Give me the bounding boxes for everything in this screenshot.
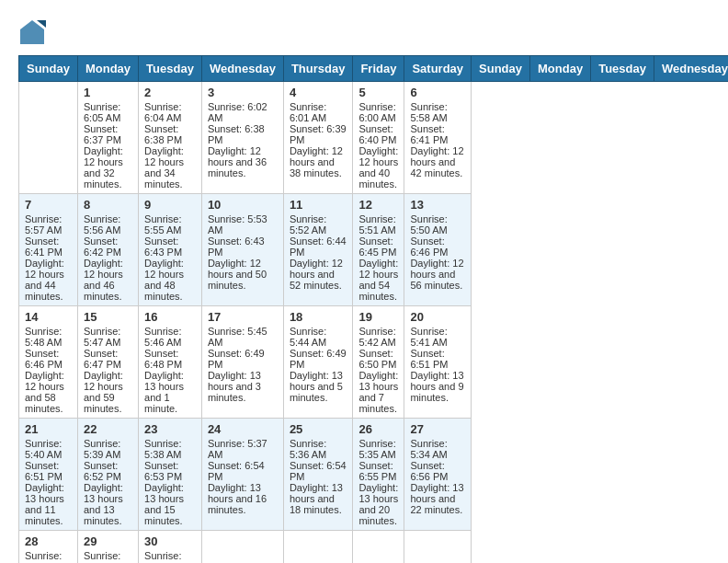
week-row-3: 14Sunrise: 5:48 AMSunset: 6:46 PMDayligh… (19, 306, 729, 419)
sunrise-text: Sunrise: 5:42 AM (358, 326, 398, 348)
sunrise-text: Sunrise: 6:05 AM (84, 101, 132, 123)
sunrise-text: Sunrise: 5:31 AM (84, 550, 132, 563)
sunset-text: Sunset: 6:37 PM (84, 123, 132, 145)
sunset-text: Sunset: 6:54 PM (208, 460, 278, 482)
daylight-text: Daylight: 12 hours and 50 minutes. (208, 258, 278, 291)
sunrise-text: Sunrise: 5:57 AM (25, 213, 72, 236)
sunrise-text: Sunrise: 5:39 AM (84, 438, 132, 460)
sunrise-text: Sunrise: 5:30 AM (144, 550, 196, 563)
daylight-text: Daylight: 13 hours and 1 minute. (144, 370, 196, 414)
calendar-cell: 11Sunrise: 5:52 AMSunset: 6:44 PMDayligh… (283, 194, 353, 306)
daylight-text: Daylight: 12 hours and 59 minutes. (84, 370, 132, 414)
daylight-text: Daylight: 13 hours and 3 minutes. (208, 370, 278, 403)
day-number: 30 (144, 534, 196, 548)
sunset-text: Sunset: 6:45 PM (358, 236, 398, 258)
day-number: 4 (290, 86, 347, 99)
sunrise-text: Sunrise: 5:36 AM (290, 438, 347, 460)
sunset-text: Sunset: 6:38 PM (208, 123, 278, 145)
day-number: 12 (358, 198, 398, 212)
sunrise-text: Sunrise: 6:04 AM (144, 101, 196, 123)
sunset-text: Sunset: 6:53 PM (144, 460, 196, 482)
daylight-text: Daylight: 12 hours and 48 minutes. (144, 258, 196, 302)
daylight-text: Daylight: 13 hours and 15 minutes. (144, 482, 196, 526)
sunset-text: Sunset: 6:39 PM (290, 123, 347, 145)
daylight-text: Daylight: 13 hours and 18 minutes. (290, 482, 347, 515)
calendar-cell: 18Sunrise: 5:44 AMSunset: 6:49 PMDayligh… (283, 306, 353, 419)
sunset-text: Sunset: 6:51 PM (25, 460, 72, 482)
header-day-tuesday: Tuesday (139, 56, 202, 82)
sunrise-text: Sunrise: 5:44 AM (290, 326, 347, 348)
daylight-text: Daylight: 12 hours and 46 minutes. (84, 258, 132, 302)
sunset-text: Sunset: 6:47 PM (84, 348, 132, 370)
week-row-5: 28Sunrise: 5:32 AMSunset: 6:57 PMDayligh… (19, 531, 729, 564)
header-day-sunday: Sunday (472, 56, 530, 82)
day-number: 8 (84, 198, 132, 212)
sunset-text: Sunset: 6:46 PM (410, 236, 465, 258)
day-number: 10 (208, 198, 278, 212)
page-header (18, 18, 710, 46)
header-day-tuesday: Tuesday (591, 56, 654, 82)
calendar-cell: 8Sunrise: 5:56 AMSunset: 6:42 PMDaylight… (77, 194, 138, 306)
daylight-text: Daylight: 13 hours and 13 minutes. (84, 482, 132, 526)
header-day-monday: Monday (77, 56, 138, 82)
calendar-cell: 28Sunrise: 5:32 AMSunset: 6:57 PMDayligh… (19, 531, 78, 564)
day-number: 2 (144, 86, 196, 99)
header-row: SundayMondayTuesdayWednesdayThursdayFrid… (19, 56, 729, 82)
sunrise-text: Sunrise: 5:48 AM (25, 326, 72, 348)
day-number: 27 (410, 422, 465, 436)
calendar-cell: 27Sunrise: 5:34 AMSunset: 6:56 PMDayligh… (404, 419, 472, 531)
day-number: 7 (25, 198, 72, 212)
sunrise-text: Sunrise: 5:40 AM (25, 438, 72, 460)
sunrise-text: Sunrise: 5:46 AM (144, 326, 196, 348)
calendar-cell: 29Sunrise: 5:31 AMSunset: 6:57 PMDayligh… (77, 531, 138, 564)
day-number: 22 (84, 422, 132, 436)
day-number: 14 (25, 310, 72, 324)
day-number: 18 (290, 310, 347, 324)
calendar-cell: 10Sunrise: 5:53 AMSunset: 6:43 PMDayligh… (201, 194, 283, 306)
daylight-text: Daylight: 12 hours and 32 minutes. (84, 145, 132, 190)
calendar-table: SundayMondayTuesdayWednesdayThursdayFrid… (18, 55, 728, 563)
day-number: 23 (144, 422, 196, 436)
sunset-text: Sunset: 6:40 PM (358, 123, 398, 145)
calendar-cell: 4Sunrise: 6:01 AMSunset: 6:39 PMDaylight… (283, 82, 353, 194)
daylight-text: Daylight: 12 hours and 36 minutes. (208, 145, 278, 178)
calendar-cell: 1Sunrise: 6:05 AMSunset: 6:37 PMDaylight… (77, 82, 138, 194)
week-row-4: 21Sunrise: 5:40 AMSunset: 6:51 PMDayligh… (19, 419, 729, 531)
sunset-text: Sunset: 6:48 PM (144, 348, 196, 370)
header-day-wednesday: Wednesday (654, 56, 728, 82)
calendar-cell (19, 82, 78, 194)
sunrise-text: Sunrise: 6:00 AM (358, 101, 398, 123)
calendar-cell: 26Sunrise: 5:35 AMSunset: 6:55 PMDayligh… (353, 419, 404, 531)
sunrise-text: Sunrise: 5:41 AM (410, 326, 465, 348)
calendar-cell: 12Sunrise: 5:51 AMSunset: 6:45 PMDayligh… (353, 194, 404, 306)
sunrise-text: Sunrise: 5:52 AM (290, 213, 347, 236)
day-number: 9 (144, 198, 196, 212)
day-number: 5 (358, 86, 398, 99)
sunrise-text: Sunrise: 5:50 AM (410, 213, 465, 236)
day-number: 26 (358, 422, 398, 436)
daylight-text: Daylight: 13 hours and 20 minutes. (358, 482, 398, 526)
week-row-2: 7Sunrise: 5:57 AMSunset: 6:41 PMDaylight… (19, 194, 729, 306)
daylight-text: Daylight: 12 hours and 40 minutes. (358, 145, 398, 190)
daylight-text: Daylight: 12 hours and 38 minutes. (290, 145, 347, 178)
calendar-cell (404, 531, 472, 564)
calendar-cell: 23Sunrise: 5:38 AMSunset: 6:53 PMDayligh… (139, 419, 202, 531)
calendar-cell: 14Sunrise: 5:48 AMSunset: 6:46 PMDayligh… (19, 306, 78, 419)
day-number: 3 (208, 86, 278, 99)
day-number: 17 (208, 310, 278, 324)
calendar-cell: 19Sunrise: 5:42 AMSunset: 6:50 PMDayligh… (353, 306, 404, 419)
header-day-thursday: Thursday (283, 56, 353, 82)
calendar-cell (201, 531, 283, 564)
sunset-text: Sunset: 6:51 PM (410, 348, 465, 370)
sunrise-text: Sunrise: 5:38 AM (144, 438, 196, 460)
calendar-cell: 13Sunrise: 5:50 AMSunset: 6:46 PMDayligh… (404, 194, 472, 306)
sunrise-text: Sunrise: 6:01 AM (290, 101, 347, 123)
calendar-cell: 9Sunrise: 5:55 AMSunset: 6:43 PMDaylight… (139, 194, 202, 306)
daylight-text: Daylight: 13 hours and 11 minutes. (25, 482, 72, 526)
sunrise-text: Sunrise: 5:56 AM (84, 213, 132, 236)
sunrise-text: Sunrise: 5:35 AM (358, 438, 398, 460)
daylight-text: Daylight: 12 hours and 56 minutes. (410, 258, 465, 291)
header-day-wednesday: Wednesday (201, 56, 283, 82)
calendar-cell: 2Sunrise: 6:04 AMSunset: 6:38 PMDaylight… (139, 82, 202, 194)
logo-icon (18, 18, 46, 46)
